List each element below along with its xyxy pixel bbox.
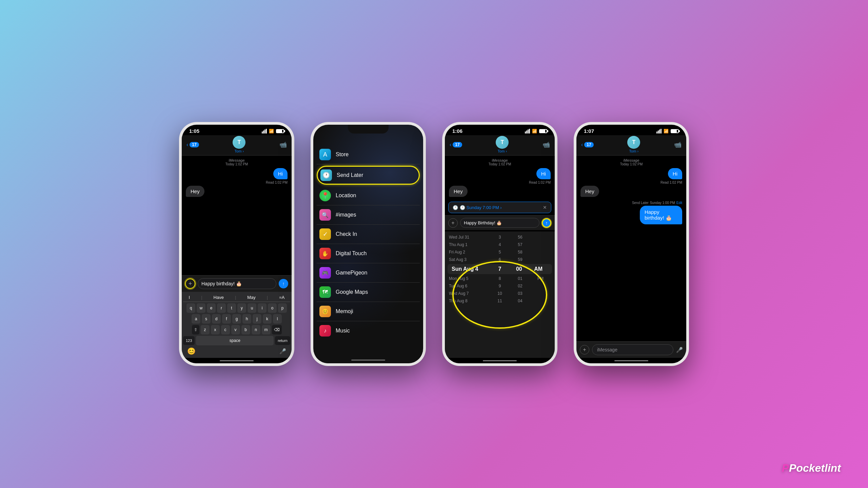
menu-item-digitaltouch[interactable]: ✋ Digital Touch — [317, 244, 420, 263]
kb-bottom-1: 😊 🎤 — [183, 346, 290, 357]
imessage-label-3: iMessage Today 1:02 PM — [449, 158, 551, 166]
key-q[interactable]: q — [186, 303, 195, 313]
send-later-icon: 🕐 — [320, 169, 332, 181]
images-label: #images — [336, 212, 356, 218]
menu-item-checkin[interactable]: ✓ Check In — [317, 225, 420, 244]
key-d[interactable]: d — [212, 314, 221, 324]
key-return[interactable]: return — [275, 336, 290, 345]
menu-item-music[interactable]: ♪ Music — [317, 321, 420, 340]
key-j[interactable]: j — [253, 314, 261, 324]
picker-row-2: Fri Aug 2558 — [445, 248, 555, 256]
plus-button-4[interactable]: + — [580, 345, 589, 354]
video-button-1[interactable]: 📹 — [279, 141, 287, 148]
key-c[interactable]: c — [221, 325, 230, 334]
send-later-tag: Send Later Sunday 1:00 PM Edit — [632, 201, 682, 205]
key-n[interactable]: n — [252, 325, 260, 334]
key-i[interactable]: i — [258, 303, 267, 313]
contact-name-4[interactable]: Tom › — [629, 149, 639, 153]
phone-4: 1:07 📶 — [574, 122, 689, 366]
contact-name-3[interactable]: Tom › — [498, 149, 507, 153]
key-shift[interactable]: ⇧ — [192, 325, 199, 334]
key-w[interactable]: w — [197, 303, 205, 313]
phone-1: 1:05 📶 — [179, 122, 294, 366]
send-button-3[interactable]: ↑ — [542, 218, 551, 228]
schedule-label: 🕐 🕐 Sunday 7:00 PM › — [453, 205, 502, 210]
key-s[interactable]: s — [202, 314, 211, 324]
location-label: Location — [336, 192, 356, 199]
msg-read-1: Read 1:02 PM — [186, 181, 288, 184]
key-y[interactable]: y — [237, 303, 246, 313]
imessage-label-4: iMessage Today 1:02 PM — [580, 158, 682, 166]
msg-right-1: Hi — [273, 168, 288, 179]
picker-row-7: Wed Aug 71003 — [445, 290, 555, 297]
key-g[interactable]: g — [232, 314, 241, 324]
edit-link[interactable]: Edit — [676, 201, 682, 205]
key-p[interactable]: p — [278, 303, 287, 313]
keyboard-1: I|Have|May|=A q w e r t y u i o p — [182, 292, 292, 358]
message-input-1[interactable]: Happy birthday! 🎂 — [198, 278, 276, 289]
key-l[interactable]: l — [273, 314, 282, 324]
menu-item-send-later[interactable]: 🕐 Send Later — [317, 166, 420, 185]
plus-button-3[interactable]: + — [448, 218, 458, 228]
signal-icon-1 — [262, 129, 267, 134]
mic-button-4[interactable]: 🎤 — [676, 347, 683, 353]
key-x[interactable]: x — [211, 325, 220, 334]
key-r[interactable]: r — [217, 303, 226, 313]
back-chevron-1: ‹ — [186, 142, 188, 148]
key-m[interactable]: m — [262, 325, 271, 334]
message-input-3[interactable]: Happy Birthday! 🎂 — [460, 218, 539, 228]
back-badge-3: 17 — [453, 142, 462, 147]
nav-center-3: T Tom › — [496, 136, 509, 153]
avatar-3: T — [496, 136, 509, 149]
send-button-1[interactable]: ↑ — [279, 279, 288, 288]
picker-row-6: Tue Aug 6902 — [445, 282, 555, 290]
key-k[interactable]: k — [263, 314, 272, 324]
key-o[interactable]: o — [268, 303, 277, 313]
picker-row-5: Mon Aug 5801PM — [445, 275, 555, 282]
schedule-bar[interactable]: 🕐 🕐 Sunday 7:00 PM › ✕ — [448, 202, 551, 213]
mic-button-1[interactable]: 🎤 — [279, 348, 286, 354]
contact-name-1[interactable]: Tom › — [235, 149, 244, 153]
plus-button-1[interactable]: + — [185, 279, 195, 289]
phones-container: 1:05 📶 — [179, 122, 689, 366]
notch — [216, 125, 257, 134]
menu-item-images[interactable]: 🔍 #images — [317, 205, 420, 225]
msg-read-4: Read 1:02 PM — [580, 181, 682, 184]
key-123[interactable]: 123 — [183, 336, 195, 345]
key-v[interactable]: v — [231, 325, 240, 334]
avatar-4: T — [627, 136, 640, 149]
home-indicator-4 — [576, 358, 686, 363]
wifi-icon-1: 📶 — [269, 129, 274, 134]
key-z[interactable]: z — [201, 325, 210, 334]
key-h[interactable]: h — [242, 314, 251, 324]
key-u[interactable]: u — [248, 303, 256, 313]
emoji-button-1[interactable]: 😊 — [187, 347, 196, 355]
key-row-4: 123 space return — [183, 336, 290, 345]
menu-item-memoji[interactable]: 😊 Memoji — [317, 302, 420, 321]
key-del[interactable]: ⌫ — [272, 325, 282, 334]
menu-item-location[interactable]: 📍 Location — [317, 186, 420, 205]
images-icon: 🔍 — [319, 209, 331, 221]
menu-item-store[interactable]: A Store — [317, 145, 420, 164]
store-label: Store — [336, 151, 349, 158]
key-b[interactable]: b — [241, 325, 250, 334]
back-button-4[interactable]: ‹ 17 — [581, 142, 594, 148]
video-button-3[interactable]: 📹 — [542, 141, 550, 148]
menu-item-gamepigeon[interactable]: 🎮 GamePigeon — [317, 263, 420, 283]
schedule-close-button[interactable]: ✕ — [543, 205, 547, 210]
gamepigeon-icon: 🎮 — [319, 267, 331, 279]
video-button-4[interactable]: 📹 — [674, 141, 682, 148]
key-space[interactable]: space — [196, 336, 274, 345]
picker-row-8: Thu Aug 81104 — [445, 297, 555, 305]
key-t[interactable]: t — [227, 303, 236, 313]
signal-icon-4 — [656, 129, 662, 134]
menu-item-googlemaps[interactable]: 🗺 Google Maps — [317, 283, 420, 302]
home-indicator-1 — [182, 358, 292, 363]
message-input-4[interactable]: iMessage — [592, 344, 673, 355]
key-e[interactable]: e — [207, 303, 216, 313]
back-button-1[interactable]: ‹ 17 — [186, 142, 199, 148]
date-picker[interactable]: Wed Jul 31356 Thu Aug 1457 Fri Aug 2558 … — [445, 231, 555, 358]
back-button-3[interactable]: ‹ 17 — [450, 142, 462, 148]
key-a[interactable]: a — [192, 314, 200, 324]
key-f[interactable]: f — [222, 314, 231, 324]
